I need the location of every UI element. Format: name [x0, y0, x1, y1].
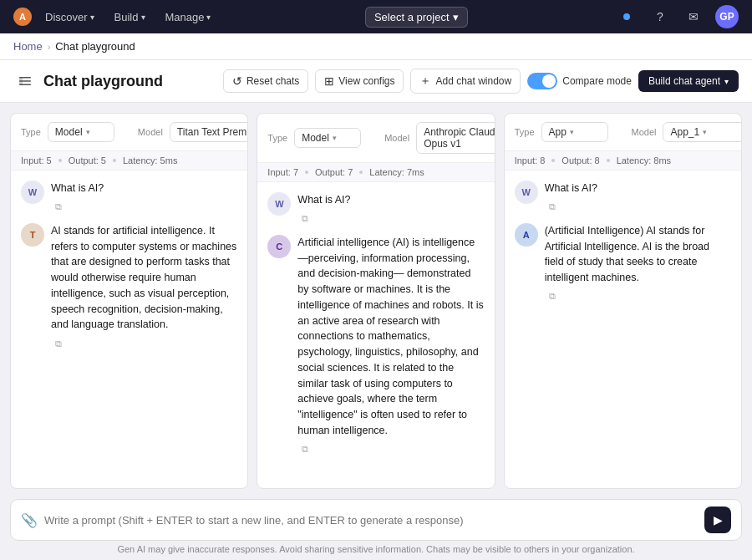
project-select-chevron-icon: ▾	[453, 11, 459, 23]
output-stat-1: Output: 7	[315, 167, 353, 177]
col-model-label-2: Model	[632, 127, 657, 137]
build-btn-chevron-icon: ▾	[724, 77, 729, 86]
msg-copy-button-0-1[interactable]: ⧉	[51, 336, 66, 351]
breadcrumb: Home › Chat playground	[0, 33, 752, 60]
chat-messages-0: W What is AI? ⧉ T AI stands for artifici…	[11, 171, 247, 488]
build-agent-label: Build chat agent	[648, 75, 720, 87]
msg-text-0-0: What is AI?	[51, 181, 237, 196]
message-row-1-1: C Artificial intelligence (AI) is intell…	[267, 235, 484, 457]
col-model-label-1: Model	[384, 133, 409, 143]
col-model-select-1[interactable]: Anthropic Claude 3 Opus v1 ▾	[416, 122, 495, 154]
latency-stat-2: Latency: 8ms	[617, 155, 671, 165]
chat-messages-1: W What is AI? ⧉ C Artificial intelligenc…	[257, 182, 494, 488]
reset-chats-label: Reset chats	[246, 75, 299, 87]
nav-build-label: Build	[114, 11, 139, 23]
col-type-label-0: Type	[21, 127, 41, 137]
workspace-header: Chat playground ↺ Reset chats ⊞ View con…	[0, 60, 752, 103]
prompt-input[interactable]	[44, 514, 698, 527]
message-row-1-0: W What is AI? ⧉	[267, 192, 484, 227]
msg-text-1-0: What is AI?	[297, 192, 484, 208]
svg-rect-3	[19, 77, 23, 85]
col-type-select-2[interactable]: App ▾	[541, 122, 608, 142]
msg-text-0-1: AI stands for artificial intelligence. I…	[51, 223, 237, 333]
col-stats-1: Input: 7 Output: 7 Latency: 7ms	[257, 163, 494, 182]
col-type-chevron-icon-0: ▾	[86, 128, 90, 136]
nav-build-chevron-icon: ▾	[141, 13, 145, 22]
msg-content-2-0: What is AI? ⧉	[545, 181, 731, 215]
col-type-select-1[interactable]: Model ▾	[294, 128, 361, 148]
reset-chats-button[interactable]: ↺ Reset chats	[223, 69, 308, 93]
columns-area: Type Model ▾ Model Titan Text Premier ▾ …	[0, 103, 752, 499]
msg-avatar-0-0: W	[21, 181, 44, 204]
msg-avatar-2-1: A	[515, 223, 538, 247]
msg-copy-area-2-0: ⧉	[545, 200, 731, 215]
latency-stat-1: Latency: 7ms	[369, 167, 424, 177]
msg-avatar-2-0: W	[515, 181, 538, 204]
msg-copy-button-1-1[interactable]: ⧉	[297, 442, 312, 457]
msg-avatar-0-1: T	[21, 223, 44, 247]
msg-copy-button-1-0[interactable]: ⧉	[297, 211, 312, 227]
chat-column-0: Type Model ▾ Model Titan Text Premier ▾ …	[10, 113, 248, 489]
workspace-actions: ↺ Reset chats ⊞ View configs ＋ Add chat …	[223, 69, 739, 94]
msg-copy-area-0-0: ⧉	[51, 200, 237, 215]
msg-text-2-0: What is AI?	[545, 181, 731, 196]
message-row-0-0: W What is AI? ⧉	[21, 181, 237, 215]
add-chat-label: Add chat window	[435, 75, 511, 87]
message-row-2-0: W What is AI? ⧉	[515, 181, 731, 215]
msg-copy-button-2-0[interactable]: ⧉	[545, 200, 560, 215]
send-icon: ▶	[714, 513, 723, 527]
col-model-select-0[interactable]: Titan Text Premier ▾	[170, 122, 249, 142]
nav-discover[interactable]: Discover ▾	[38, 8, 101, 27]
compare-mode-toggle: Compare mode	[527, 73, 632, 89]
view-configs-button[interactable]: ⊞ View configs	[315, 69, 404, 93]
msg-content-1-1: Artificial intelligence (AI) is intellig…	[297, 235, 484, 457]
workspace-left: Chat playground	[13, 69, 163, 93]
toggle-thumb	[542, 74, 556, 88]
disclaimer-text: Gen AI may give inaccurate responses. Av…	[10, 541, 742, 556]
notifications-button[interactable]: ✉	[682, 5, 705, 28]
output-stat-0: Output: 5	[69, 155, 106, 165]
col-header-1: Type Model ▾ Model Anthropic Claude 3 Op…	[257, 114, 494, 163]
project-select[interactable]: Select a project ▾	[365, 7, 468, 28]
nav-manage[interactable]: Manage ▾	[159, 8, 218, 27]
main-content: Type Model ▾ Model Titan Text Premier ▾ …	[0, 103, 752, 560]
add-chat-window-button[interactable]: ＋ Add chat window	[410, 69, 521, 94]
message-row-2-1: A (Artificial Intelligence) AI stands fo…	[515, 223, 731, 304]
msg-copy-button-0-0[interactable]: ⧉	[51, 200, 66, 215]
input-stat-0: Input: 5	[21, 155, 52, 165]
nav-build[interactable]: Build ▾	[108, 8, 152, 27]
col-stats-0: Input: 5 Output: 5 Latency: 5ms	[11, 151, 247, 171]
col-header-0: Type Model ▾ Model Titan Text Premier ▾ …	[11, 114, 247, 151]
msg-avatar-1-0: W	[267, 192, 291, 216]
help-button[interactable]: ?	[648, 5, 672, 28]
msg-avatar-1-1: C	[267, 235, 291, 258]
msg-copy-area-2-1: ⧉	[545, 289, 731, 304]
build-chat-agent-button[interactable]: Build chat agent ▾	[638, 70, 739, 92]
toggle-track[interactable]	[527, 73, 557, 89]
msg-content-2-1: (Artificial Intelligence) AI stands for …	[545, 223, 731, 304]
col-type-label-2: Type	[515, 127, 535, 137]
send-button[interactable]: ▶	[704, 507, 731, 533]
message-row-0-1: T AI stands for artificial intelligence.…	[21, 223, 237, 351]
compare-mode-label: Compare mode	[562, 75, 632, 87]
user-avatar[interactable]: GP	[715, 5, 739, 28]
col-header-2: Type App ▾ Model App_1 ▾ ⧉ ✕	[505, 114, 741, 151]
status-indicator	[615, 5, 638, 28]
col-type-chevron-icon-2: ▾	[570, 128, 574, 136]
col-type-select-0[interactable]: Model ▾	[48, 122, 114, 142]
col-model-select-2[interactable]: App_1 ▾	[663, 122, 742, 142]
nav-discover-label: Discover	[45, 11, 88, 23]
input-stat-1: Input: 7	[267, 167, 298, 177]
msg-content-0-0: What is AI? ⧉	[51, 181, 237, 215]
msg-content-0-1: AI stands for artificial intelligence. I…	[51, 223, 237, 351]
col-stats-2: Input: 8 Output: 8 Latency: 8ms	[505, 151, 741, 171]
nav-left: A Discover ▾ Build ▾ Manage ▾	[13, 8, 217, 27]
msg-text-1-1: Artificial intelligence (AI) is intellig…	[297, 235, 484, 439]
nav-right: ? ✉ GP	[615, 5, 739, 28]
msg-copy-button-2-1[interactable]: ⧉	[545, 289, 560, 304]
sidebar-toggle-button[interactable]	[13, 69, 37, 93]
reset-icon: ↺	[232, 74, 242, 88]
output-stat-2: Output: 8	[561, 155, 599, 165]
col-type-chevron-icon-1: ▾	[333, 134, 337, 142]
breadcrumb-home[interactable]: Home	[13, 40, 43, 53]
